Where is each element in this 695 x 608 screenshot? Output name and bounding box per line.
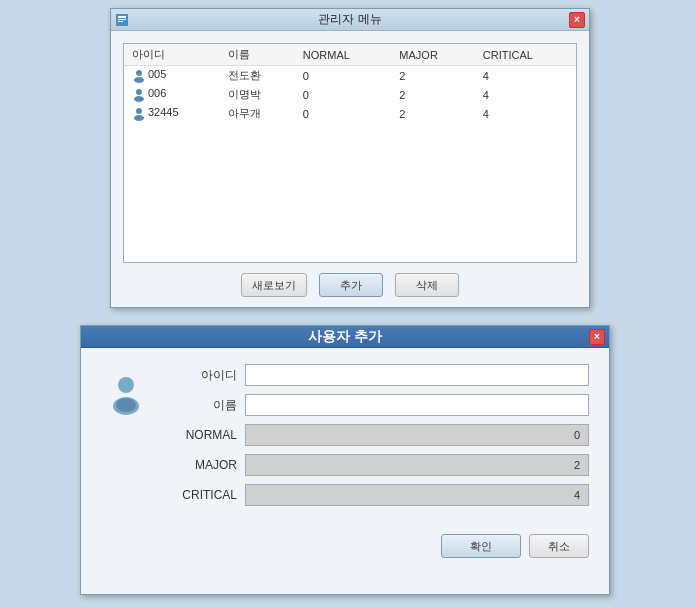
- col-header-normal: NORMAL: [295, 44, 392, 66]
- add-user-footer: 확인 취소: [81, 530, 609, 568]
- user-avatar-area: [101, 364, 151, 514]
- svg-point-10: [118, 377, 134, 393]
- view-button[interactable]: 새로보기: [241, 273, 307, 297]
- user-row-icon: [132, 88, 146, 102]
- name-label: 이름: [167, 397, 237, 414]
- id-row: 아이디: [167, 364, 589, 386]
- admin-menu-window: 관리자 메뉴 × 아이디 이름 NORMAL MAJOR CRITICAL 00…: [110, 8, 590, 308]
- id-label: 아이디: [167, 367, 237, 384]
- col-header-id: 아이디: [124, 44, 220, 66]
- delete-button[interactable]: 삭제: [395, 273, 459, 297]
- admin-menu-close-button[interactable]: ×: [569, 12, 585, 28]
- add-user-titlebar: 사용자 추가 ×: [81, 326, 609, 348]
- table-header-row: 아이디 이름 NORMAL MAJOR CRITICAL: [124, 44, 576, 66]
- col-header-major: MAJOR: [391, 44, 474, 66]
- svg-point-9: [134, 115, 144, 121]
- cell-name: 전도환: [220, 66, 295, 86]
- svg-point-4: [136, 70, 142, 76]
- cell-name: 아무개: [220, 104, 295, 123]
- svg-point-7: [134, 96, 144, 102]
- normal-row: NORMAL 0: [167, 424, 589, 446]
- col-header-name: 이름: [220, 44, 295, 66]
- cancel-button[interactable]: 취소: [529, 534, 589, 558]
- add-user-window: 사용자 추가 × 아이디 이름: [80, 325, 610, 595]
- user-table-container: 아이디 이름 NORMAL MAJOR CRITICAL 005전도환02400…: [123, 43, 577, 263]
- add-user-fields: 아이디 이름 NORMAL 0 MAJOR 2 CRITICAL 4: [167, 364, 589, 514]
- avatar-icon: [104, 372, 148, 416]
- major-row: MAJOR 2: [167, 454, 589, 476]
- svg-point-8: [136, 108, 142, 114]
- name-input[interactable]: [245, 394, 589, 416]
- admin-menu-body: 아이디 이름 NORMAL MAJOR CRITICAL 005전도환02400…: [111, 31, 589, 309]
- user-row-icon: [132, 107, 146, 121]
- major-label: MAJOR: [167, 458, 237, 472]
- admin-button-bar: 새로보기 추가 삭제: [119, 267, 581, 301]
- add-button[interactable]: 추가: [319, 273, 383, 297]
- cell-id: 006: [124, 85, 220, 104]
- svg-rect-3: [118, 21, 123, 22]
- svg-rect-2: [118, 19, 126, 20]
- cell-normal: 0: [295, 66, 392, 86]
- add-user-form-body: 아이디 이름 NORMAL 0 MAJOR 2 CRITICAL 4: [81, 348, 609, 530]
- cell-normal: 0: [295, 104, 392, 123]
- critical-label: CRITICAL: [167, 488, 237, 502]
- cell-name: 이명박: [220, 85, 295, 104]
- cell-major: 2: [391, 85, 474, 104]
- window-app-icon: [115, 13, 129, 27]
- add-user-close-button[interactable]: ×: [589, 329, 605, 345]
- svg-point-6: [136, 89, 142, 95]
- table-row[interactable]: 006이명박024: [124, 85, 576, 104]
- cell-critical: 4: [475, 85, 576, 104]
- cell-major: 2: [391, 66, 474, 86]
- user-row-icon: [132, 69, 146, 83]
- svg-rect-1: [118, 16, 126, 18]
- name-row: 이름: [167, 394, 589, 416]
- id-input[interactable]: [245, 364, 589, 386]
- normal-label: NORMAL: [167, 428, 237, 442]
- normal-value: 0: [245, 424, 589, 446]
- cell-critical: 4: [475, 104, 576, 123]
- critical-row: CRITICAL 4: [167, 484, 589, 506]
- major-value: 2: [245, 454, 589, 476]
- admin-menu-title: 관리자 메뉴: [318, 11, 381, 28]
- cell-major: 2: [391, 104, 474, 123]
- svg-point-5: [134, 77, 144, 83]
- col-header-critical: CRITICAL: [475, 44, 576, 66]
- confirm-button[interactable]: 확인: [441, 534, 521, 558]
- table-row[interactable]: 005전도환024: [124, 66, 576, 86]
- critical-value: 4: [245, 484, 589, 506]
- admin-menu-titlebar: 관리자 메뉴 ×: [111, 9, 589, 31]
- table-row[interactable]: 32445아무개024: [124, 104, 576, 123]
- cell-id: 005: [124, 66, 220, 86]
- svg-point-12: [116, 398, 136, 412]
- user-table: 아이디 이름 NORMAL MAJOR CRITICAL 005전도환02400…: [124, 44, 576, 123]
- cell-id: 32445: [124, 104, 220, 123]
- add-user-title: 사용자 추가: [308, 328, 382, 346]
- cell-normal: 0: [295, 85, 392, 104]
- cell-critical: 4: [475, 66, 576, 86]
